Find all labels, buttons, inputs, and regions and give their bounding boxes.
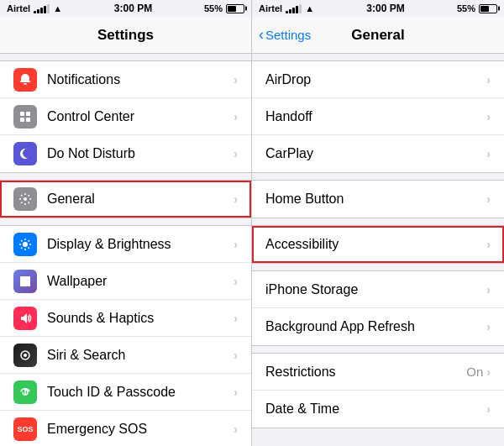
right-group-1: AirDrop › Handoff › CarPlay ›	[252, 60, 504, 173]
settings-row-general[interactable]: General ›	[0, 181, 251, 218]
left-wifi-icon: ▲	[53, 3, 62, 13]
left-status-right: 55%	[204, 3, 244, 13]
siri-chevron: ›	[234, 349, 238, 362]
restrictions-label: Restrictions	[265, 365, 466, 380]
settings-row-display[interactable]: Display & Brightness ›	[0, 226, 251, 263]
right-group-2: Home Button ›	[252, 180, 504, 218]
general-icon	[13, 187, 37, 211]
left-battery-pct: 55%	[204, 3, 223, 13]
do-not-disturb-label: Do Not Disturb	[47, 146, 234, 161]
background-app-refresh-label: Background App Refresh	[265, 319, 486, 334]
sounds-icon	[13, 307, 37, 330]
svg-point-7	[24, 354, 27, 357]
left-battery-icon	[226, 4, 244, 13]
iphone-storage-label: iPhone Storage	[265, 282, 486, 297]
restrictions-value: On	[466, 365, 483, 379]
do-not-disturb-chevron: ›	[234, 147, 238, 160]
carplay-label: CarPlay	[265, 146, 486, 161]
left-nav-title: Settings	[97, 27, 154, 44]
settings-row-background-app-refresh[interactable]: Background App Refresh ›	[252, 308, 504, 345]
carplay-chevron: ›	[486, 147, 491, 160]
touch-id-icon	[13, 380, 37, 404]
left-status-left: Airtel ▲	[7, 3, 62, 13]
svg-rect-2	[20, 118, 24, 122]
svg-rect-1	[26, 112, 30, 116]
control-center-chevron: ›	[234, 110, 238, 123]
settings-row-airdrop[interactable]: AirDrop ›	[252, 61, 504, 98]
accessibility-chevron: ›	[486, 238, 491, 251]
control-center-icon	[13, 105, 37, 129]
left-nav-bar: Settings	[0, 17, 251, 54]
right-wifi-icon: ▲	[305, 3, 314, 13]
left-signal	[34, 4, 50, 13]
left-section-group-2: General ›	[0, 180, 251, 218]
right-status-left: Airtel ▲	[259, 3, 314, 13]
settings-row-wallpaper[interactable]: Wallpaper ›	[0, 263, 251, 300]
settings-row-touch-id[interactable]: Touch ID & Passcode ›	[0, 374, 251, 411]
settings-row-do-not-disturb[interactable]: Do Not Disturb ›	[0, 135, 251, 172]
do-not-disturb-icon	[13, 142, 37, 165]
settings-row-home-button[interactable]: Home Button ›	[252, 181, 504, 218]
right-signal	[286, 4, 302, 13]
svg-rect-0	[20, 112, 24, 116]
svg-rect-3	[26, 118, 30, 122]
right-carrier: Airtel	[259, 3, 282, 13]
settings-row-restrictions[interactable]: Restrictions On ›	[252, 354, 504, 391]
settings-row-accessibility[interactable]: Accessibility ›	[252, 226, 504, 263]
left-status-bar: Airtel ▲ 3:00 PM 55%	[0, 0, 251, 17]
back-label: Settings	[265, 28, 311, 42]
settings-row-emergency-sos[interactable]: SOS Emergency SOS ›	[0, 411, 251, 446]
settings-row-control-center[interactable]: Control Center ›	[0, 98, 251, 135]
sounds-chevron: ›	[234, 312, 238, 325]
back-button[interactable]: ‹ Settings	[259, 28, 311, 42]
settings-row-date-time[interactable]: Date & Time ›	[252, 391, 504, 428]
settings-row-notifications[interactable]: Notifications ›	[0, 61, 251, 98]
wallpaper-icon	[13, 270, 37, 293]
emergency-sos-label: Emergency SOS	[47, 422, 234, 437]
date-time-label: Date & Time	[265, 401, 486, 417]
right-time: 3:00 PM	[366, 3, 404, 14]
display-chevron: ›	[234, 238, 238, 251]
emergency-sos-icon: SOS	[13, 417, 37, 441]
emergency-sos-chevron: ›	[234, 422, 238, 436]
background-app-refresh-chevron: ›	[486, 320, 491, 333]
control-center-label: Control Center	[47, 109, 234, 124]
notifications-label: Notifications	[47, 72, 234, 87]
right-status-bar: Airtel ▲ 3:00 PM 55%	[252, 0, 504, 17]
general-label: General	[47, 192, 234, 207]
settings-row-siri[interactable]: Siri & Search ›	[0, 337, 251, 374]
accessibility-label: Accessibility	[265, 237, 486, 252]
home-button-chevron: ›	[486, 192, 491, 206]
handoff-label: Handoff	[265, 109, 486, 124]
siri-label: Siri & Search	[47, 348, 234, 363]
left-time: 3:00 PM	[114, 3, 152, 14]
wallpaper-chevron: ›	[234, 275, 238, 288]
settings-row-sounds[interactable]: Sounds & Haptics ›	[0, 300, 251, 337]
restrictions-chevron: ›	[486, 365, 491, 379]
left-carrier: Airtel	[7, 3, 30, 13]
right-status-right: 55%	[457, 3, 497, 13]
settings-row-carplay[interactable]: CarPlay ›	[252, 135, 504, 172]
sos-text: SOS	[17, 425, 33, 433]
right-nav-title: General	[351, 27, 404, 44]
handoff-chevron: ›	[486, 110, 491, 123]
svg-point-4	[24, 197, 27, 201]
home-button-label: Home Button	[265, 192, 486, 207]
notifications-icon	[13, 68, 37, 92]
airdrop-label: AirDrop	[265, 72, 486, 87]
sounds-label: Sounds & Haptics	[47, 311, 234, 326]
general-chevron: ›	[234, 192, 238, 206]
touch-id-chevron: ›	[234, 386, 238, 399]
right-settings-list: AirDrop › Handoff › CarPlay › Home Butto…	[252, 54, 504, 446]
touch-id-label: Touch ID & Passcode	[47, 385, 234, 400]
right-group-4: iPhone Storage › Background App Refresh …	[252, 270, 504, 346]
left-panel: Airtel ▲ 3:00 PM 55% Settings	[0, 0, 252, 446]
settings-row-handoff[interactable]: Handoff ›	[252, 98, 504, 135]
display-icon	[13, 233, 37, 256]
left-section-group-1: Notifications › Control Center ›	[0, 60, 251, 173]
left-settings-list: Notifications › Control Center ›	[0, 54, 251, 446]
right-nav-bar: ‹ Settings General	[252, 17, 504, 54]
back-chevron-icon: ‹	[259, 27, 264, 42]
settings-row-iphone-storage[interactable]: iPhone Storage ›	[252, 271, 504, 308]
right-battery-icon	[479, 4, 497, 13]
